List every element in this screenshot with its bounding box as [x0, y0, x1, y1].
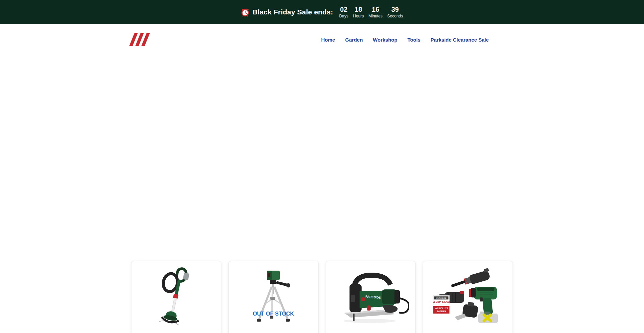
- nav-item-home[interactable]: Home: [321, 37, 335, 43]
- countdown-minutes-label: Minutes: [369, 14, 383, 18]
- countdown-timer: 02 Days 18 Hours 16 Minutes 39 Seconds: [339, 6, 403, 18]
- product-category-label: Parkside Clearance Sale: [232, 332, 315, 333]
- product-category-label: Parkside Clearance Sale: [426, 332, 509, 333]
- product-category-label: Parkside Clearance Sale: [329, 332, 412, 333]
- countdown-seconds: 39 Seconds: [387, 6, 403, 18]
- product-grid: Parkside Clearance Sale: [131, 261, 513, 333]
- nav-item-tools[interactable]: Tools: [408, 37, 421, 43]
- countdown-hours-value: 18: [355, 6, 362, 13]
- countdown-hours-label: Hours: [353, 14, 364, 18]
- svg-text:X 20V TEAM: X 20V TEAM: [433, 300, 450, 303]
- no-battery-badge: NO INCLUYE BATERÍA: [433, 306, 449, 314]
- product-category-label: Parkside Clearance Sale: [135, 332, 218, 333]
- nav-item-workshop[interactable]: Workshop: [373, 37, 397, 43]
- countdown-days: 02 Days: [339, 6, 348, 18]
- svg-text:PARKSIDE: PARKSIDE: [436, 297, 446, 299]
- countdown-seconds-label: Seconds: [387, 14, 403, 18]
- hero-empty-area: [0, 50, 644, 261]
- main-navigation: Home Garden Workshop Tools Parkside Clea…: [321, 37, 489, 43]
- countdown-minutes-value: 16: [372, 6, 379, 13]
- out-of-stock-label: OUT OF STOCK: [229, 311, 318, 317]
- black-friday-banner: Black Friday Sale ends: 02 Days 18 Hours…: [0, 0, 644, 24]
- product-card-grass-trimmer[interactable]: Parkside Clearance Sale: [131, 261, 221, 333]
- svg-text:BATERÍA: BATERÍA: [436, 310, 446, 313]
- jigsaw-image: PARKSIDE: [329, 266, 412, 326]
- product-card-combi-tool-set[interactable]: PARKSIDE X 20V TEAM NO INCLUYE BATERÍA P…: [423, 261, 513, 333]
- x20v-team-badge: PARKSIDE X 20V TEAM: [433, 295, 450, 304]
- product-card-jigsaw[interactable]: PARKSIDE Parkside Clearance Sale: [326, 261, 416, 333]
- cordless-grass-trimmer-image: [135, 266, 218, 326]
- cordless-combi-tool-set-image: PARKSIDE X 20V TEAM NO INCLUYE BATERÍA: [426, 266, 509, 326]
- nav-item-garden[interactable]: Garden: [345, 37, 363, 43]
- banner-label: Black Friday Sale ends:: [253, 8, 333, 16]
- countdown-hours: 18 Hours: [353, 6, 364, 18]
- nav-item-parkside-clearance-sale[interactable]: Parkside Clearance Sale: [431, 37, 489, 43]
- site-header: Home Garden Workshop Tools Parkside Clea…: [131, 24, 513, 50]
- svg-text:NO INCLUYE: NO INCLUYE: [435, 307, 448, 310]
- alarm-clock-icon: [241, 8, 249, 17]
- countdown-days-value: 02: [340, 6, 347, 13]
- product-card-laser-tripod[interactable]: OUT OF STOCK Parkside Clearance Sale: [228, 261, 319, 333]
- countdown-seconds-value: 39: [391, 6, 399, 13]
- three-red-stripes-logo[interactable]: [131, 33, 147, 46]
- cross-line-laser-tripod-image: [232, 266, 315, 326]
- countdown-days-label: Days: [339, 14, 348, 18]
- countdown-minutes: 16 Minutes: [369, 6, 383, 18]
